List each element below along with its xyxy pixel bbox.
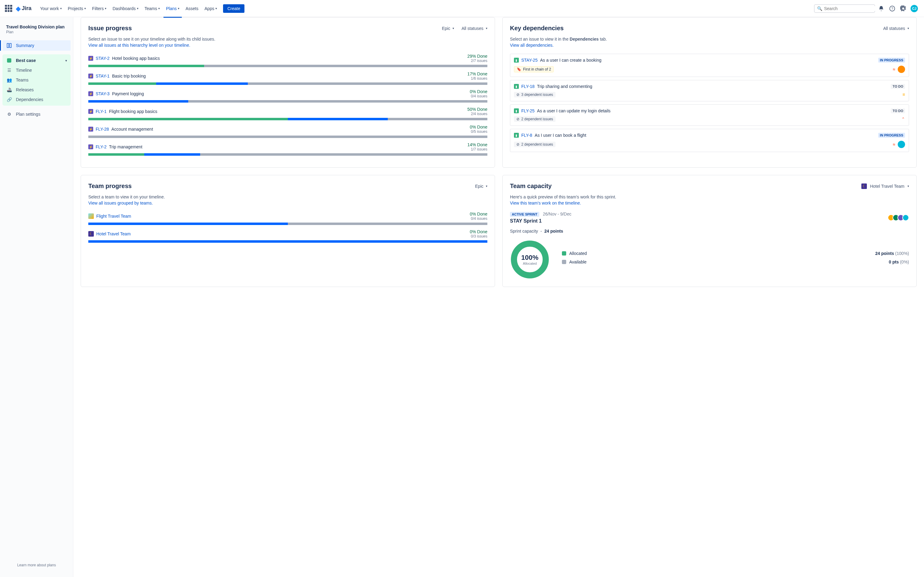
search-box[interactable]: 🔍 — [814, 4, 875, 13]
sidebar-footer-link[interactable]: Learn more about plans — [2, 558, 71, 572]
issue-key[interactable]: FLY-28 — [95, 127, 109, 132]
team-capacity-title: Team capacity — [510, 182, 551, 190]
sidebar-teams[interactable]: 👥 Teams — [2, 75, 71, 85]
nav-plans[interactable]: Plans▾ — [163, 4, 182, 13]
assignee-avatar[interactable] — [898, 66, 905, 73]
sidebar-summary[interactable]: Summary — [2, 40, 71, 51]
nav-filters[interactable]: Filters▾ — [89, 4, 109, 13]
dependencies-link[interactable]: View all dependencies. — [510, 43, 909, 48]
profile-avatar[interactable]: CJ — [909, 4, 919, 13]
dependencies-card: Key dependencies All statuses▾ Select an… — [502, 17, 917, 168]
sprint-capacity-label: Sprint capacity — [510, 229, 538, 234]
issue-key[interactable]: STAY-25 — [521, 58, 538, 63]
issue-progress-hierarchy-dropdown[interactable]: Epic▾ — [442, 26, 454, 31]
notifications-icon[interactable] — [876, 4, 886, 13]
nav-teams[interactable]: Teams▾ — [142, 4, 162, 13]
story-icon: ▮ — [514, 108, 519, 113]
team-progress-desc: Select a team to view it on your timelin… — [88, 195, 487, 199]
priority-medium-icon: = — [903, 92, 905, 97]
issue-key[interactable]: FLY-2 — [95, 144, 107, 149]
epic-icon: ⚡ — [88, 109, 93, 114]
team-capacity-team-dropdown[interactable]: ☾ Hotel Travel Team▾ — [861, 184, 909, 189]
active-sprint-badge: ACTIVE SPRINT — [510, 212, 539, 217]
issue-key[interactable]: STAY-1 — [95, 74, 110, 79]
issue-progress-desc: Select an issue to see it on your timeli… — [88, 37, 487, 42]
story-icon: ▮ — [514, 84, 519, 89]
sidebar-dependencies-label: Dependencies — [16, 97, 44, 102]
team-row[interactable]: ☾ Hotel Travel Team 0% Done 0/3 issues — [88, 229, 487, 243]
issue-progress-status-dropdown[interactable]: All statuses▾ — [461, 26, 487, 31]
status-badge: TO DO — [891, 84, 905, 89]
sidebar-scenario-block: Best case ▾ ☰ Timeline 👥 Teams 🚢 Release… — [2, 54, 71, 106]
issue-row[interactable]: ⚡ FLY-1 Flight booking app basics 50% Do… — [88, 107, 487, 120]
help-icon[interactable]: ? — [887, 4, 897, 13]
issue-progress-card: Issue progress Epic▾ All statuses▾ Selec… — [81, 17, 495, 168]
issue-key[interactable]: FLY-25 — [521, 108, 535, 113]
app-switcher-icon[interactable] — [5, 5, 12, 12]
issue-progress-link[interactable]: View all issues at this hierarchy level … — [88, 43, 487, 48]
chevron-down-icon: ▾ — [486, 27, 487, 30]
issue-title: As a user I can update my login details — [537, 108, 611, 113]
sidebar-scenario[interactable]: Best case ▾ — [2, 56, 71, 65]
priority-highest-icon: ≈ — [893, 67, 895, 72]
sidebar-dependencies[interactable]: 🔗 Dependencies — [2, 95, 71, 105]
timeline-icon: ☰ — [6, 68, 12, 73]
issue-row[interactable]: ⚡ FLY-28 Account management 0% Done 0/5 … — [88, 124, 487, 138]
sprint-dates: 26/Nov - 9/Dec — [543, 211, 571, 216]
settings-icon[interactable] — [898, 4, 908, 13]
nav-projects[interactable]: Projects▾ — [65, 4, 89, 13]
dependency-card[interactable]: ▮ STAY-25 As a user I can create a booki… — [510, 54, 909, 77]
issue-key[interactable]: STAY-2 — [95, 56, 110, 61]
priority-highest-icon: ≈ — [893, 142, 895, 147]
sidebar-timeline[interactable]: ☰ Timeline — [2, 65, 71, 75]
nav-apps[interactable]: Apps▾ — [202, 4, 220, 13]
issue-key[interactable]: FLY-8 — [521, 133, 532, 138]
nav-your-work[interactable]: Your work▾ — [37, 4, 64, 13]
legend-value: 0 pts — [889, 259, 899, 264]
issue-title: Basic trip booking — [112, 74, 146, 79]
dependency-card[interactable]: ▮ FLY-25 As a user I can update my login… — [510, 105, 909, 126]
progress-bar — [88, 65, 487, 67]
team-progress-title: Team progress — [88, 182, 132, 190]
team-capacity-desc: Here's a quick preview of this team's wo… — [510, 195, 909, 199]
dependent-count: ⊘3 dependent issues — [514, 92, 556, 97]
team-capacity-link[interactable]: View this team's work on the timeline. — [510, 201, 909, 205]
issue-row[interactable]: ⚡ STAY-1 Basic trip booking 17% Done 1/6… — [88, 71, 487, 85]
team-progress-link[interactable]: View all issues grouped by teams. — [88, 201, 487, 205]
sidebar-plan-settings[interactable]: ⚙ Plan settings — [2, 109, 71, 119]
dependencies-status-dropdown[interactable]: All statuses▾ — [883, 26, 909, 31]
epic-icon: ⚡ — [88, 56, 93, 61]
search-input[interactable] — [824, 6, 877, 11]
issue-row[interactable]: ⚡ FLY-2 Trip management 14% Done 1/7 iss… — [88, 142, 487, 156]
issue-key[interactable]: FLY-1 — [95, 109, 107, 114]
story-icon: ▮ — [514, 58, 519, 63]
dependency-card[interactable]: ▮ FLY-8 As I user I can book a flight IN… — [510, 129, 909, 152]
releases-icon: 🚢 — [6, 87, 12, 92]
team-row[interactable]: Flight Travel Team 0% Done 0/4 issues — [88, 211, 487, 225]
nav-dashboards[interactable]: Dashboards▾ — [110, 4, 141, 13]
issue-title: As I user I can book a flight — [535, 133, 586, 138]
nav-assets[interactable]: Assets — [183, 4, 201, 13]
legend-row: Allocated 24 points (100%) — [562, 251, 909, 256]
team-name[interactable]: Hotel Travel Team — [96, 231, 131, 236]
bookmark-icon: 🔖 — [517, 67, 521, 71]
sidebar-releases[interactable]: 🚢 Releases — [2, 85, 71, 95]
chevron-down-icon: ▾ — [137, 7, 139, 10]
issue-title: Payment logging — [112, 91, 144, 96]
assignee-avatar[interactable] — [898, 141, 905, 148]
sidebar-timeline-label: Timeline — [16, 68, 32, 73]
legend-value: 24 points — [876, 251, 894, 256]
issue-row[interactable]: ⚡ STAY-3 Payment logging 0% Done 0/4 iss… — [88, 89, 487, 103]
issue-title: Trip management — [109, 144, 142, 149]
jira-logo[interactable]: ◆ Jira — [16, 5, 31, 12]
team-name[interactable]: Flight Travel Team — [96, 214, 131, 219]
team-progress-dropdown[interactable]: Epic▾ — [475, 184, 487, 189]
create-button[interactable]: Create — [223, 4, 244, 13]
issue-key[interactable]: STAY-3 — [95, 91, 110, 96]
issue-row[interactable]: ⚡ STAY-2 Hotel booking app basics 29% Do… — [88, 54, 487, 67]
issue-key[interactable]: FLY-18 — [521, 84, 535, 89]
dependent-count: ⊘2 dependent issues — [514, 142, 556, 147]
dependency-card[interactable]: ▮ FLY-18 Trip sharing and commenting TO … — [510, 80, 909, 102]
sprint-name: STAY Sprint 1 — [510, 218, 571, 224]
chevron-down-icon: ▾ — [105, 7, 106, 10]
